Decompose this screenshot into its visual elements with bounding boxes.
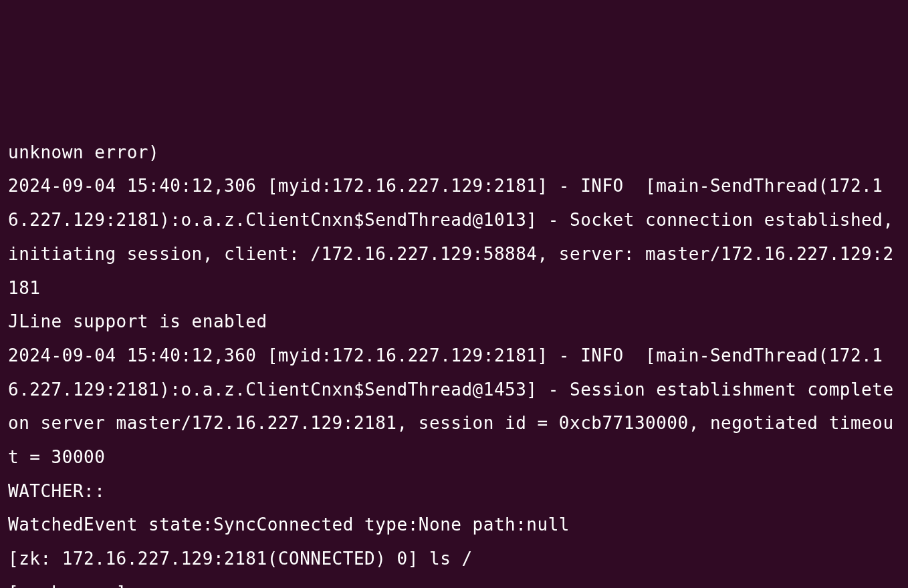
terminal-line: JLine support is enabled	[8, 305, 900, 339]
terminal-line: 2024-09-04 15:40:12,360 [myid:172.16.227…	[8, 339, 900, 474]
terminal-line: WatchedEvent state:SyncConnected type:No…	[8, 508, 900, 542]
terminal-line: WATCHER::	[8, 474, 900, 508]
terminal-output[interactable]: unknown error)2024-09-04 15:40:12,306 [m…	[8, 136, 900, 588]
terminal-line: [zk: 172.16.227.129:2181(CONNECTED) 0] l…	[8, 542, 900, 576]
terminal-line: [zookeeper]	[8, 576, 900, 588]
terminal-line: 2024-09-04 15:40:12,306 [myid:172.16.227…	[8, 169, 900, 305]
terminal-line: unknown error)	[8, 136, 900, 170]
